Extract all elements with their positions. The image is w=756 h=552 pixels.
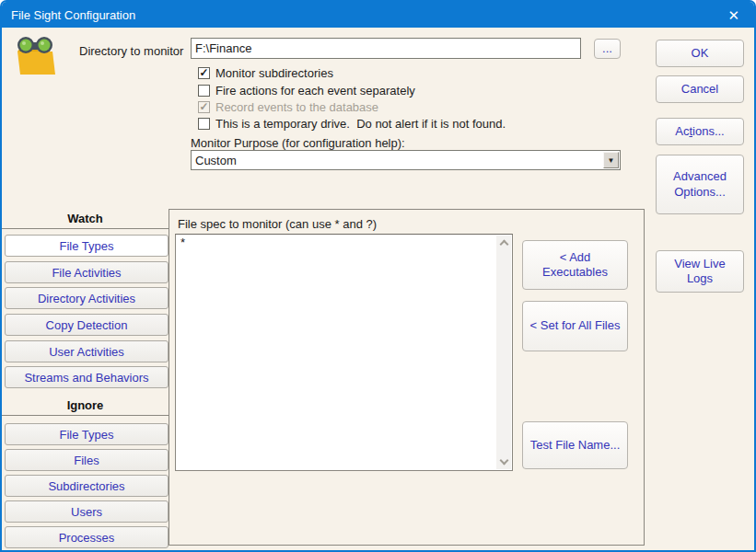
test-file-name-button[interactable]: Test File Name... xyxy=(522,421,628,469)
sidebar-ignore-header: Ignore xyxy=(2,397,169,416)
add-executables-button[interactable]: < Add Executables xyxy=(522,240,628,290)
sidebar-item-ignore-users[interactable]: Users xyxy=(5,500,169,523)
checkbox-checked-disabled-icon: ✓ xyxy=(198,101,210,113)
checkbox-fire-actions[interactable]: Fire actions for each event separately xyxy=(198,84,415,98)
close-icon[interactable]: ✕ xyxy=(722,6,745,24)
sidebar-item-ignore-subdirectories[interactable]: Subdirectories xyxy=(5,475,169,497)
advanced-options-button[interactable]: Advanced Options... xyxy=(656,155,744,214)
view-live-logs-button[interactable]: View Live Logs xyxy=(656,250,744,293)
monitor-purpose-label: Monitor Purpose (for configuration help)… xyxy=(191,136,405,150)
window-title: File Sight Configuration xyxy=(11,8,135,22)
sidebar-item-watch-directory-activities[interactable]: Directory Activities xyxy=(5,287,169,309)
sidebar-item-watch-user-activities[interactable]: User Activities xyxy=(5,340,169,362)
checkbox-checked-icon: ✓ xyxy=(198,67,210,79)
checkbox-record-events: ✓ Record events to the database xyxy=(198,100,378,114)
directory-label: Directory to monitor xyxy=(79,44,183,58)
dropdown-selected-value: Custom xyxy=(192,154,603,167)
actions-button[interactable]: Actions... xyxy=(656,118,744,145)
vertical-scrollbar[interactable] xyxy=(496,236,511,469)
checkbox-unchecked-icon xyxy=(198,85,210,97)
checkbox-temporary-drive[interactable]: This is a temporary drive. Do not alert … xyxy=(198,117,506,131)
ok-button[interactable]: OK xyxy=(656,40,744,67)
sidebar-item-watch-file-activities[interactable]: File Activities xyxy=(5,261,169,283)
chevron-down-icon[interactable]: ▼ xyxy=(603,152,619,168)
scroll-down-icon[interactable] xyxy=(499,456,508,466)
sidebar-item-ignore-processes[interactable]: Processes xyxy=(5,526,169,548)
sidebar-item-ignore-files[interactable]: Files xyxy=(5,449,169,471)
sidebar-item-watch-streams-behaviors[interactable]: Streams and Behaviors xyxy=(5,366,169,388)
directory-input[interactable] xyxy=(191,38,581,59)
sidebar-item-watch-file-types[interactable]: File Types xyxy=(5,235,169,257)
app-binoculars-folder-icon xyxy=(11,35,59,77)
filespec-label: File spec to monitor (can use * and ?) xyxy=(178,217,377,231)
checkbox-monitor-subdirectories[interactable]: ✓ Monitor subdirectories xyxy=(198,66,333,80)
filespec-value: * xyxy=(180,236,185,249)
cancel-button[interactable]: Cancel xyxy=(656,75,744,103)
monitor-purpose-dropdown[interactable]: Custom ▼ xyxy=(191,150,621,170)
sidebar-item-ignore-file-types[interactable]: File Types xyxy=(5,423,169,445)
set-for-all-files-button[interactable]: < Set for All Files xyxy=(522,301,628,351)
titlebar[interactable]: File Sight Configuration ✕ xyxy=(2,2,754,28)
checkbox-unchecked-icon xyxy=(198,118,210,130)
browse-button[interactable]: ... xyxy=(594,39,621,59)
sidebar-item-watch-copy-detection[interactable]: Copy Detection xyxy=(5,314,169,336)
sidebar-watch-header: Watch xyxy=(2,210,169,229)
scroll-up-icon[interactable] xyxy=(499,240,508,249)
file-sight-configuration-dialog: File Sight Configuration ✕ Directory to … xyxy=(0,0,756,552)
filespec-listbox[interactable]: * xyxy=(175,234,513,471)
